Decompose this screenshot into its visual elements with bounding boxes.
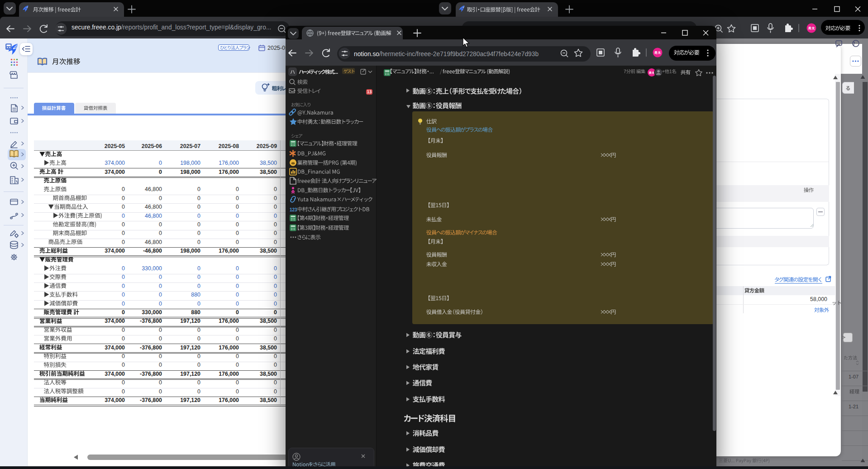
svg-text:123: 123 <box>290 207 297 212</box>
